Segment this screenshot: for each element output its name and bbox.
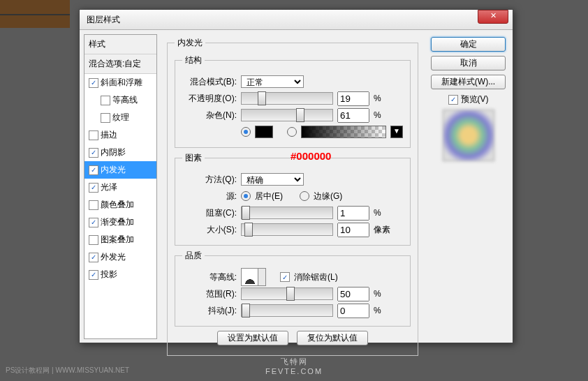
style-checkbox[interactable] <box>101 113 110 123</box>
blend-mode-select[interactable]: 正常 <box>241 75 304 88</box>
style-checkbox[interactable] <box>89 200 98 210</box>
styles-sidebar: 样式 混合选项:自定 斜面和浮雕等高线纹理描边内阴影内发光光泽颜色叠加渐变叠加图… <box>84 34 157 339</box>
settings-panel: 内发光 结构 混合模式(B): 正常 不透明度(O): % 杂色(N): <box>161 34 424 339</box>
chevron-down-icon[interactable] <box>258 269 265 285</box>
sidebar-item-label: 图案叠加 <box>101 234 134 246</box>
sidebar-item-label: 内阴影 <box>101 147 126 158</box>
preview-thumbnail <box>443 110 494 161</box>
source-label: 源: <box>182 190 237 202</box>
sidebar-item-9[interactable]: 图案叠加 <box>84 231 156 248</box>
opacity-slider[interactable] <box>241 92 333 105</box>
sidebar-item-5[interactable]: 内发光 <box>84 161 156 179</box>
choke-slider[interactable] <box>241 207 333 219</box>
sidebar-item-label: 等高线 <box>112 94 138 106</box>
right-panel: 确定 取消 新建样式(W)... 预览(V) <box>428 34 508 339</box>
style-checkbox[interactable] <box>89 148 98 158</box>
cancel-button[interactable]: 取消 <box>431 56 506 70</box>
style-checkbox[interactable] <box>89 218 98 227</box>
structure-group: 结构 混合模式(B): 正常 不透明度(O): % 杂色(N): <box>175 54 411 148</box>
source-edge-radio[interactable] <box>300 191 309 201</box>
opacity-input[interactable] <box>337 91 369 106</box>
sidebar-item-label: 外发光 <box>101 251 126 263</box>
style-checkbox[interactable] <box>89 253 98 262</box>
range-input[interactable] <box>337 287 369 301</box>
choke-input[interactable] <box>337 206 369 221</box>
sidebar-item-3[interactable]: 描边 <box>84 126 156 144</box>
gradient-dropdown-icon[interactable]: ▼ <box>390 126 403 138</box>
dialog-title: 图层样式 <box>80 10 513 30</box>
inner-glow-group: 内发光 结构 混合模式(B): 正常 不透明度(O): % 杂色(N): <box>167 37 418 356</box>
sidebar-subheading[interactable]: 混合选项:自定 <box>84 54 156 74</box>
layer-style-dialog: 图层样式 ✕ 样式 混合选项:自定 斜面和浮雕等高线纹理描边内阴影内发光光泽颜色… <box>79 9 513 343</box>
sidebar-item-4[interactable]: 内阴影 <box>84 144 156 161</box>
technique-label: 方法(Q): <box>182 174 237 186</box>
size-slider[interactable] <box>241 223 333 236</box>
style-checkbox[interactable] <box>89 270 98 280</box>
preview-checkbox[interactable] <box>448 95 458 105</box>
jitter-input[interactable] <box>337 304 369 318</box>
reset-default-button[interactable]: 复位为默认值 <box>297 331 368 345</box>
sidebar-item-label: 投影 <box>101 269 117 281</box>
sidebar-item-label: 颜色叠加 <box>101 199 134 211</box>
style-checkbox[interactable] <box>89 165 98 175</box>
technique-select[interactable]: 精确 <box>241 173 304 186</box>
style-checkbox[interactable] <box>101 96 110 105</box>
sidebar-item-label: 斜面和浮雕 <box>101 77 142 89</box>
style-checkbox[interactable] <box>89 235 98 245</box>
contour-label: 等高线: <box>182 271 237 283</box>
sidebar-item-6[interactable]: 光泽 <box>84 179 156 196</box>
elements-group: 图素 方法(Q): 精确 源: 居中(E) 边缘(G) 阻塞(C): <box>175 152 411 246</box>
color-radio[interactable] <box>241 127 251 137</box>
color-annotation: #000000 <box>291 150 331 162</box>
close-button[interactable]: ✕ <box>478 10 508 24</box>
range-slider[interactable] <box>241 287 333 300</box>
sidebar-item-11[interactable]: 投影 <box>84 266 156 283</box>
sidebar-item-10[interactable]: 外发光 <box>84 248 156 266</box>
jitter-slider[interactable] <box>241 304 333 317</box>
quality-group: 品质 等高线: 消除锯齿(L) 范围(R): % <box>175 250 411 327</box>
jitter-label: 抖动(J): <box>182 305 237 317</box>
ok-button[interactable]: 确定 <box>431 37 506 52</box>
sidebar-item-0[interactable]: 斜面和浮雕 <box>84 74 156 91</box>
panel-title: 内发光 <box>175 37 205 49</box>
choke-label: 阻塞(C): <box>182 207 237 219</box>
titlebar[interactable]: 图层样式 ✕ <box>80 10 513 30</box>
contour-picker[interactable] <box>241 268 266 286</box>
blend-mode-label: 混合模式(B): <box>182 76 237 88</box>
antialias-checkbox[interactable] <box>280 272 290 282</box>
sidebar-item-8[interactable]: 渐变叠加 <box>84 214 156 231</box>
source-center-radio[interactable] <box>241 191 251 201</box>
gradient-radio[interactable] <box>287 127 297 137</box>
noise-slider[interactable] <box>241 109 333 121</box>
sidebar-item-label: 渐变叠加 <box>101 216 134 228</box>
size-input[interactable] <box>337 223 369 237</box>
color-swatch[interactable] <box>255 126 273 138</box>
size-label: 大小(S): <box>182 224 237 236</box>
sidebar-item-1[interactable]: 等高线 <box>84 91 156 109</box>
footer-text: 飞特网FEVTE.COM <box>0 357 588 375</box>
sidebar-heading[interactable]: 样式 <box>84 35 156 54</box>
range-label: 范围(R): <box>182 288 237 300</box>
gradient-picker[interactable] <box>301 126 386 138</box>
sidebar-item-label: 光泽 <box>101 181 117 193</box>
noise-label: 杂色(N): <box>182 110 237 121</box>
make-default-button[interactable]: 设置为默认值 <box>217 331 288 345</box>
sidebar-item-label: 纹理 <box>112 112 129 124</box>
sidebar-item-label: 描边 <box>101 129 117 141</box>
style-checkbox[interactable] <box>89 183 98 193</box>
sidebar-item-label: 内发光 <box>101 164 126 176</box>
sidebar-item-7[interactable]: 颜色叠加 <box>84 196 156 214</box>
noise-input[interactable] <box>337 108 369 123</box>
sidebar-item-2[interactable]: 纹理 <box>84 109 156 126</box>
opacity-label: 不透明度(O): <box>182 93 237 105</box>
new-style-button[interactable]: 新建样式(W)... <box>431 75 506 89</box>
style-checkbox[interactable] <box>89 78 98 88</box>
style-checkbox[interactable] <box>89 130 98 140</box>
